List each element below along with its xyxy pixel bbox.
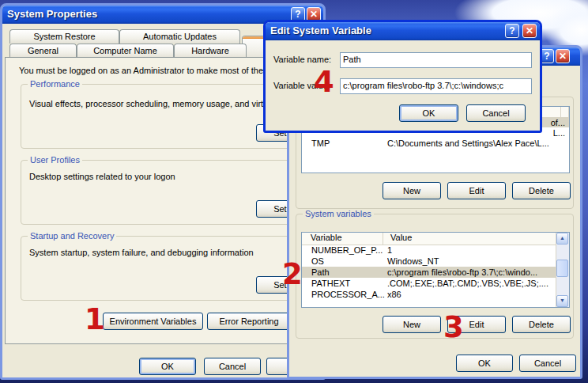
scrollbar-thumb[interactable] [556, 260, 568, 277]
window-title: System Properties [7, 8, 97, 20]
system-variables-group: System variables Variable Value NUMBER_O… [296, 214, 574, 339]
user-new-button[interactable]: New [383, 182, 441, 199]
scroll-up-icon[interactable]: ▲ [556, 233, 568, 245]
scroll-down-icon[interactable]: ▼ [556, 295, 568, 307]
error-reporting-button[interactable]: Error Reporting [207, 313, 291, 330]
annotation-step-1: 1 [85, 305, 105, 334]
variable-value-cell: 1 [387, 245, 556, 255]
desktop: System Properties ? ✕ System Restore Aut… [0, 0, 588, 383]
ok-button[interactable]: OK [399, 104, 458, 122]
column-header-value[interactable]: Value [383, 233, 556, 245]
variable-value-cell: c:\program files\robo-ftp 3.7\;c:\windo.… [387, 267, 556, 277]
user-edit-button[interactable]: Edit [447, 182, 506, 199]
edit-system-variable-dialog: Edit System Variable ? ✕ Variable name: … [263, 20, 542, 133]
user-delete-button[interactable]: Delete [512, 182, 571, 199]
list-item[interactable]: TMP C:\Documents and Settings\Alex Pace\… [302, 138, 569, 148]
list-item[interactable]: OS Windows_NT [302, 256, 556, 267]
variable-value-cell: C:\Documents and Settings\Alex Pace\L... [387, 138, 569, 148]
column-header-variable[interactable]: Variable [302, 233, 383, 245]
startup-recovery-text: System startup, system failure, and debu… [29, 248, 254, 257]
user-profiles-group-label: User Profiles [28, 155, 82, 165]
variable-value-input[interactable]: c:\program files\robo-ftp 3.7\;c:\window… [340, 78, 532, 94]
performance-text: Visual effects, processor scheduling, me… [29, 99, 273, 108]
annotation-step-3: 3 [443, 313, 464, 342]
variable-value-cell: .COM;.EXE;.BAT;.CMD;.VBS;.VBE;.JS;.... [387, 279, 556, 288]
list-item[interactable]: PROCESSOR_A... x86 [302, 289, 556, 300]
startup-recovery-group: Startup and Recovery System startup, sys… [21, 236, 315, 301]
tab-computer-name[interactable]: Computer Name [77, 44, 174, 58]
column-header[interactable] [561, 107, 569, 117]
variable-value-cell: x86 [387, 290, 556, 299]
system-variables-list-header[interactable]: Variable Value [302, 233, 556, 245]
tab-system-restore[interactable]: System Restore [9, 29, 119, 44]
cancel-button[interactable]: Cancel [519, 355, 576, 372]
system-variables-list[interactable]: Variable Value NUMBER_OF_P... 1 OS Windo… [301, 232, 570, 308]
list-item[interactable]: PATHEXT .COM;.EXE;.BAT;.CMD;.VBS;.VBE;.J… [302, 278, 556, 289]
variable-name-cell: PATHEXT [302, 279, 387, 288]
window-title: Edit System Variable [270, 25, 371, 36]
close-icon[interactable]: ✕ [522, 24, 537, 38]
cancel-button[interactable]: Cancel [204, 358, 261, 375]
variable-name-cell: NUMBER_OF_P... [302, 245, 387, 255]
tab-general[interactable]: General [9, 44, 77, 58]
startup-recovery-group-label: Startup and Recovery [28, 231, 116, 241]
environment-variables-button[interactable]: Environment Variables [103, 313, 203, 330]
variable-name-cell: PROCESSOR_A... [302, 290, 387, 299]
partial-row-text: L... [553, 128, 565, 138]
variable-name-cell: OS [302, 256, 387, 266]
list-item-path-selected[interactable]: Path c:\program files\robo-ftp 3.7\;c:\w… [302, 267, 556, 278]
variable-name-cell: TMP [302, 138, 387, 148]
scrollbar[interactable]: ▲ ▼ [556, 233, 569, 307]
ok-button[interactable]: OK [456, 355, 513, 372]
annotation-step-4: 4 [314, 67, 334, 97]
performance-group-label: Performance [28, 79, 82, 89]
close-icon[interactable]: ✕ [556, 49, 570, 63]
admin-notice-text: You must be logged on as an Administrato… [19, 66, 268, 75]
annotation-step-2: 2 [282, 260, 303, 289]
tab-hardware[interactable]: Hardware [174, 44, 247, 58]
user-profiles-text: Desktop settings related to your logon [29, 172, 175, 181]
user-profiles-group: User Profiles Desktop settings related t… [21, 160, 315, 225]
system-variables-group-label: System variables [303, 209, 374, 218]
system-new-button[interactable]: New [383, 316, 441, 333]
variable-name-label: Variable name: [273, 55, 331, 64]
ok-button[interactable]: OK [139, 358, 196, 375]
variable-name-input[interactable]: Path [340, 52, 532, 68]
cancel-button[interactable]: Cancel [466, 104, 526, 122]
list-item[interactable]: NUMBER_OF_P... 1 [302, 245, 556, 256]
variable-name-cell: Path [302, 267, 387, 277]
tab-automatic-updates[interactable]: Automatic Updates [119, 29, 240, 44]
help-icon[interactable]: ? [505, 24, 519, 38]
edit-system-variable-titlebar[interactable]: Edit System Variable ? ✕ [266, 22, 540, 40]
partial-row-text: of... [551, 118, 565, 127]
variable-value-cell: Windows_NT [387, 256, 556, 266]
system-delete-button[interactable]: Delete [512, 316, 571, 333]
